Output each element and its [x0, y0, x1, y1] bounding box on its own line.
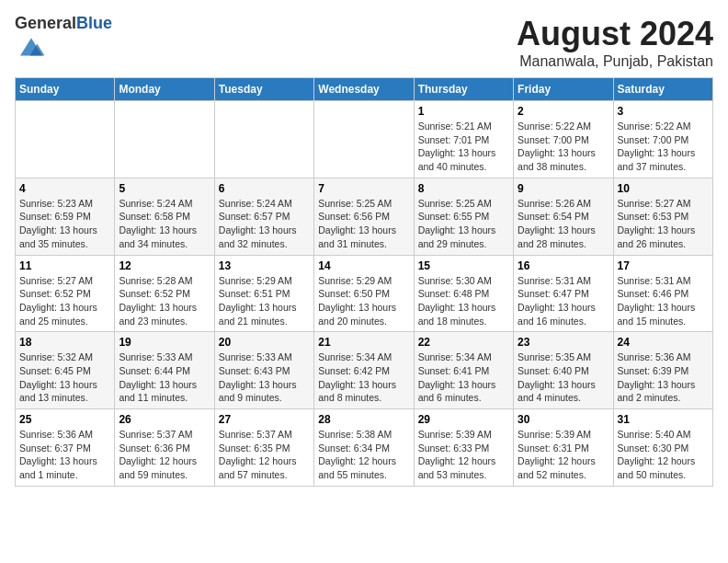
- day-info: Sunrise: 5:34 AM Sunset: 6:41 PM Dayligh…: [418, 350, 509, 405]
- day-number: 15: [418, 259, 509, 272]
- calendar-header-row: SundayMondayTuesdayWednesdayThursdayFrid…: [16, 78, 713, 101]
- day-info: Sunrise: 5:31 AM Sunset: 6:47 PM Dayligh…: [518, 274, 609, 328]
- calendar-day-cell: [16, 101, 115, 178]
- day-info: Sunrise: 5:25 AM Sunset: 6:56 PM Dayligh…: [318, 197, 409, 251]
- day-info: Sunrise: 5:29 AM Sunset: 6:50 PM Dayligh…: [318, 274, 409, 328]
- calendar-day-cell: 16Sunrise: 5:31 AM Sunset: 6:47 PM Dayli…: [514, 255, 613, 332]
- day-number: 28: [318, 413, 409, 426]
- day-info: Sunrise: 5:38 AM Sunset: 6:34 PM Dayligh…: [318, 428, 409, 482]
- day-number: 1: [418, 105, 509, 118]
- day-info: Sunrise: 5:30 AM Sunset: 6:48 PM Dayligh…: [418, 274, 509, 328]
- logo: GeneralBlue: [15, 15, 112, 63]
- day-info: Sunrise: 5:27 AM Sunset: 6:53 PM Dayligh…: [618, 197, 709, 251]
- calendar-week-row: 1Sunrise: 5:21 AM Sunset: 7:01 PM Daylig…: [16, 101, 713, 178]
- day-info: Sunrise: 5:25 AM Sunset: 6:55 PM Dayligh…: [418, 197, 509, 251]
- day-info: Sunrise: 5:22 AM Sunset: 7:00 PM Dayligh…: [618, 120, 709, 174]
- day-number: 21: [318, 336, 409, 349]
- calendar-day-cell: 8Sunrise: 5:25 AM Sunset: 6:55 PM Daylig…: [414, 178, 513, 255]
- logo-icon: [17, 33, 46, 59]
- day-number: 12: [119, 259, 210, 272]
- day-info: Sunrise: 5:35 AM Sunset: 6:40 PM Dayligh…: [518, 350, 609, 405]
- location-subtitle: Mananwala, Punjab, Pakistan: [517, 53, 713, 70]
- calendar-day-cell: 14Sunrise: 5:29 AM Sunset: 6:50 PM Dayli…: [314, 255, 414, 332]
- calendar-day-cell: 17Sunrise: 5:31 AM Sunset: 6:46 PM Dayli…: [613, 255, 712, 332]
- day-number: 6: [219, 182, 310, 195]
- day-of-week-header: Saturday: [613, 78, 712, 101]
- day-number: 7: [318, 182, 409, 195]
- calendar-day-cell: 29Sunrise: 5:39 AM Sunset: 6:33 PM Dayli…: [414, 409, 513, 487]
- day-of-week-header: Wednesday: [314, 78, 414, 101]
- day-info: Sunrise: 5:27 AM Sunset: 6:52 PM Dayligh…: [19, 274, 110, 328]
- calendar-day-cell: 13Sunrise: 5:29 AM Sunset: 6:51 PM Dayli…: [214, 255, 313, 332]
- calendar-day-cell: 4Sunrise: 5:23 AM Sunset: 6:59 PM Daylig…: [16, 178, 115, 255]
- day-number: 29: [418, 413, 509, 426]
- calendar-week-row: 25Sunrise: 5:36 AM Sunset: 6:37 PM Dayli…: [16, 409, 713, 487]
- day-number: 20: [219, 336, 310, 349]
- day-info: Sunrise: 5:28 AM Sunset: 6:52 PM Dayligh…: [119, 274, 210, 328]
- calendar-day-cell: 9Sunrise: 5:26 AM Sunset: 6:54 PM Daylig…: [514, 178, 613, 255]
- calendar-day-cell: 2Sunrise: 5:22 AM Sunset: 7:00 PM Daylig…: [514, 101, 613, 178]
- calendar-day-cell: 26Sunrise: 5:37 AM Sunset: 6:36 PM Dayli…: [115, 409, 214, 487]
- day-info: Sunrise: 5:29 AM Sunset: 6:51 PM Dayligh…: [219, 274, 310, 328]
- calendar-day-cell: 3Sunrise: 5:22 AM Sunset: 7:00 PM Daylig…: [613, 101, 712, 178]
- day-number: 13: [219, 259, 310, 272]
- day-info: Sunrise: 5:23 AM Sunset: 6:59 PM Dayligh…: [19, 197, 110, 251]
- calendar-day-cell: [314, 101, 414, 178]
- day-number: 25: [19, 413, 110, 426]
- day-number: 10: [618, 182, 709, 195]
- day-number: 14: [318, 259, 409, 272]
- day-of-week-header: Friday: [514, 78, 613, 101]
- day-info: Sunrise: 5:36 AM Sunset: 6:39 PM Dayligh…: [618, 350, 709, 405]
- day-number: 18: [19, 336, 110, 349]
- calendar-day-cell: 28Sunrise: 5:38 AM Sunset: 6:34 PM Dayli…: [314, 409, 414, 487]
- day-number: 8: [418, 182, 509, 195]
- day-number: 4: [19, 182, 110, 195]
- logo-blue-text: Blue: [76, 14, 112, 32]
- day-info: Sunrise: 5:33 AM Sunset: 6:44 PM Dayligh…: [119, 350, 210, 405]
- day-info: Sunrise: 5:37 AM Sunset: 6:35 PM Dayligh…: [219, 428, 310, 482]
- calendar-day-cell: 18Sunrise: 5:32 AM Sunset: 6:45 PM Dayli…: [16, 332, 115, 409]
- calendar-day-cell: 10Sunrise: 5:27 AM Sunset: 6:53 PM Dayli…: [613, 178, 712, 255]
- day-info: Sunrise: 5:21 AM Sunset: 7:01 PM Dayligh…: [418, 120, 509, 174]
- day-info: Sunrise: 5:24 AM Sunset: 6:58 PM Dayligh…: [119, 197, 210, 251]
- day-info: Sunrise: 5:22 AM Sunset: 7:00 PM Dayligh…: [518, 120, 609, 174]
- day-number: 27: [219, 413, 310, 426]
- day-number: 11: [19, 259, 110, 272]
- calendar-week-row: 4Sunrise: 5:23 AM Sunset: 6:59 PM Daylig…: [16, 178, 713, 255]
- calendar-day-cell: 25Sunrise: 5:36 AM Sunset: 6:37 PM Dayli…: [16, 409, 115, 487]
- day-number: 31: [618, 413, 709, 426]
- day-number: 23: [518, 336, 609, 349]
- calendar-week-row: 11Sunrise: 5:27 AM Sunset: 6:52 PM Dayli…: [16, 255, 713, 332]
- day-of-week-header: Sunday: [16, 78, 115, 101]
- calendar-day-cell: 31Sunrise: 5:40 AM Sunset: 6:30 PM Dayli…: [613, 409, 712, 487]
- page-header: GeneralBlue August 2024 Mananwala, Punja…: [15, 15, 713, 70]
- month-title: August 2024: [517, 15, 713, 53]
- calendar-week-row: 18Sunrise: 5:32 AM Sunset: 6:45 PM Dayli…: [16, 332, 713, 409]
- calendar-day-cell: 12Sunrise: 5:28 AM Sunset: 6:52 PM Dayli…: [115, 255, 214, 332]
- calendar-day-cell: 22Sunrise: 5:34 AM Sunset: 6:41 PM Dayli…: [414, 332, 513, 409]
- day-number: 26: [119, 413, 210, 426]
- day-number: 24: [618, 336, 709, 349]
- day-number: 30: [518, 413, 609, 426]
- day-number: 16: [518, 259, 609, 272]
- day-number: 22: [418, 336, 509, 349]
- calendar-day-cell: 1Sunrise: 5:21 AM Sunset: 7:01 PM Daylig…: [414, 101, 513, 178]
- calendar-day-cell: [115, 101, 214, 178]
- day-info: Sunrise: 5:37 AM Sunset: 6:36 PM Dayligh…: [119, 428, 210, 482]
- calendar-day-cell: 19Sunrise: 5:33 AM Sunset: 6:44 PM Dayli…: [115, 332, 214, 409]
- calendar-day-cell: [214, 101, 313, 178]
- day-of-week-header: Tuesday: [214, 78, 313, 101]
- day-info: Sunrise: 5:34 AM Sunset: 6:42 PM Dayligh…: [318, 350, 409, 405]
- day-info: Sunrise: 5:26 AM Sunset: 6:54 PM Dayligh…: [518, 197, 609, 251]
- calendar-table: SundayMondayTuesdayWednesdayThursdayFrid…: [15, 77, 713, 487]
- calendar-day-cell: 5Sunrise: 5:24 AM Sunset: 6:58 PM Daylig…: [115, 178, 214, 255]
- day-number: 19: [119, 336, 210, 349]
- calendar-day-cell: 27Sunrise: 5:37 AM Sunset: 6:35 PM Dayli…: [214, 409, 313, 487]
- calendar-day-cell: 15Sunrise: 5:30 AM Sunset: 6:48 PM Dayli…: [414, 255, 513, 332]
- calendar-day-cell: 21Sunrise: 5:34 AM Sunset: 6:42 PM Dayli…: [314, 332, 414, 409]
- calendar-day-cell: 30Sunrise: 5:39 AM Sunset: 6:31 PM Dayli…: [514, 409, 613, 487]
- day-number: 2: [518, 105, 609, 118]
- calendar-day-cell: 6Sunrise: 5:24 AM Sunset: 6:57 PM Daylig…: [214, 178, 313, 255]
- calendar-day-cell: 23Sunrise: 5:35 AM Sunset: 6:40 PM Dayli…: [514, 332, 613, 409]
- day-info: Sunrise: 5:31 AM Sunset: 6:46 PM Dayligh…: [618, 274, 709, 328]
